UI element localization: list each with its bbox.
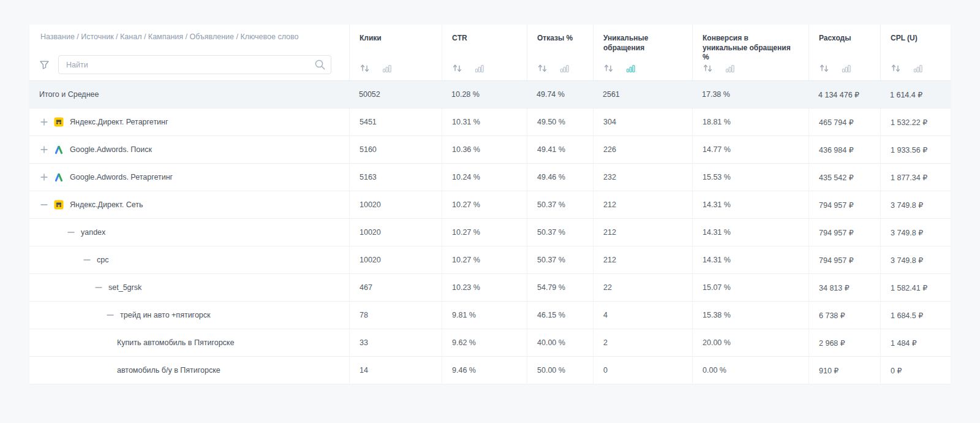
cell-value: 794 957 ₽ bbox=[809, 228, 864, 237]
expand-icon[interactable] bbox=[40, 118, 48, 126]
row-value-cell: 10.31 % bbox=[442, 109, 527, 135]
column-header-4: Уникальные обращения bbox=[593, 25, 692, 80]
row-value-cell: 465 794 ₽ bbox=[809, 109, 880, 135]
sort-icon[interactable] bbox=[360, 63, 370, 73]
cell-value: 5163 bbox=[350, 173, 386, 181]
row-value-cell: 10.27 % bbox=[442, 191, 527, 218]
chart-toggle-icon[interactable] bbox=[626, 64, 636, 73]
collapse-icon[interactable] bbox=[107, 311, 114, 319]
cell-value: 50.37 % bbox=[527, 256, 575, 264]
row-value-cell: 5160 bbox=[349, 136, 442, 163]
totals-value: 10.28 % bbox=[442, 90, 527, 99]
column-label: Отказы % bbox=[537, 34, 584, 44]
row-label[interactable]: автомобиль б/у в Пятигорске bbox=[117, 366, 221, 375]
cell-value: 49.41 % bbox=[527, 145, 575, 154]
column-header-1: Клики bbox=[349, 25, 442, 80]
collapse-icon[interactable] bbox=[95, 284, 102, 291]
sort-icon[interactable] bbox=[891, 63, 901, 73]
totals-value: 17.38 % bbox=[692, 90, 809, 99]
search-icon[interactable] bbox=[314, 59, 326, 70]
cell-value: 49.50 % bbox=[527, 118, 575, 126]
totals-value: 2561 bbox=[593, 90, 692, 99]
row-value-cell: 14.31 % bbox=[692, 191, 809, 218]
row-value-cell: 49.50 % bbox=[527, 109, 593, 135]
table-row: трейд ин авто +пятигорск789.81 %46.15 %4… bbox=[29, 301, 951, 329]
row-name-cell: cpc bbox=[29, 246, 349, 273]
name-column-header: Название / Источник / Канал / Кампания /… bbox=[29, 25, 349, 80]
totals-value: 49.74 % bbox=[527, 90, 593, 99]
cell-value: 212 bbox=[594, 200, 626, 209]
row-value-cell: 794 957 ₽ bbox=[809, 246, 880, 273]
column-header-2: CTR bbox=[442, 25, 527, 80]
cell-value: 18.81 % bbox=[693, 118, 741, 126]
yandex-direct-icon bbox=[54, 117, 64, 127]
row-label[interactable]: cpc bbox=[97, 256, 108, 264]
sort-icon[interactable] bbox=[819, 63, 829, 73]
analytics-report-table: Название / Источник / Канал / Кампания /… bbox=[29, 25, 951, 384]
cell-value: 10020 bbox=[350, 256, 391, 264]
chart-toggle-icon[interactable] bbox=[382, 64, 392, 73]
row-value-cell: 20.00 % bbox=[692, 329, 809, 356]
table-row: Яндекс.Директ. Сеть1002010.27 %50.37 %21… bbox=[29, 191, 951, 218]
search-input[interactable] bbox=[58, 55, 331, 74]
cell-value: 212 bbox=[594, 256, 626, 264]
collapse-icon[interactable] bbox=[40, 201, 48, 208]
cell-value: 10.24 % bbox=[442, 173, 490, 181]
row-label[interactable]: yandex bbox=[81, 228, 105, 237]
sort-icon[interactable] bbox=[537, 63, 548, 73]
cell-value: 10.23 % bbox=[442, 283, 490, 292]
row-label[interactable]: Яндекс.Директ. Сеть bbox=[70, 200, 143, 209]
chart-toggle-icon[interactable] bbox=[842, 64, 851, 73]
row-value-cell: 10.36 % bbox=[442, 136, 527, 163]
expand-icon[interactable] bbox=[40, 146, 48, 153]
row-value-cell: 54.79 % bbox=[527, 274, 593, 301]
table-body: Яндекс.Директ. Ретаргетинг545110.31 %49.… bbox=[29, 108, 951, 384]
chart-toggle-icon[interactable] bbox=[913, 64, 923, 73]
collapse-icon[interactable] bbox=[83, 256, 91, 264]
row-value-cell: 4 bbox=[593, 302, 692, 329]
row-name-cell: автомобиль б/у в Пятигорске bbox=[29, 357, 349, 384]
cell-value: 14.31 % bbox=[693, 200, 741, 209]
cell-value: 1 684.5 ₽ bbox=[881, 311, 933, 320]
filter-icon[interactable] bbox=[39, 60, 50, 70]
totals-value: 4 134 476 ₽ bbox=[809, 90, 880, 99]
table-row: yandex1002010.27 %50.37 %21214.31 %794 9… bbox=[29, 218, 951, 246]
sort-icon[interactable] bbox=[603, 63, 614, 73]
row-value-cell: 1 532.22 ₽ bbox=[880, 109, 951, 135]
column-label: CPL (U) bbox=[891, 34, 942, 44]
cell-value: 794 957 ₽ bbox=[809, 256, 864, 265]
row-label[interactable]: Яндекс.Директ. Ретаргетинг bbox=[70, 118, 168, 126]
sort-icon[interactable] bbox=[703, 63, 713, 73]
row-value-cell: 5163 bbox=[349, 164, 442, 191]
row-value-cell: 304 bbox=[593, 109, 692, 135]
row-value-cell: 10020 bbox=[349, 219, 442, 246]
cell-value: 9.62 % bbox=[442, 338, 486, 347]
row-label[interactable]: Купить автомобиль в Пятигорске bbox=[117, 338, 234, 347]
row-label[interactable]: set_5grsk bbox=[108, 283, 141, 292]
row-name-cell: трейд ин авто +пятигорск bbox=[29, 302, 349, 329]
column-header-7: CPL (U) bbox=[880, 25, 951, 80]
cell-value: 9.81 % bbox=[442, 311, 486, 319]
totals-value: 50052 bbox=[349, 90, 442, 99]
row-value-cell: 435 542 ₽ bbox=[809, 164, 880, 191]
cell-value: 10.27 % bbox=[442, 256, 490, 264]
cell-value: 3 749.8 ₽ bbox=[881, 200, 933, 210]
sort-icon[interactable] bbox=[452, 63, 462, 73]
row-label[interactable]: Google.Adwords. Поиск bbox=[70, 145, 152, 154]
cell-value: 9.46 % bbox=[442, 366, 486, 375]
collapse-icon[interactable] bbox=[67, 229, 75, 236]
grouping-breadcrumb[interactable]: Название / Источник / Канал / Кампания /… bbox=[40, 32, 339, 41]
row-label[interactable]: трейд ин авто +пятигорск bbox=[120, 311, 211, 319]
row-label[interactable]: Google.Adwords. Ретаргетинг bbox=[70, 173, 173, 181]
row-value-cell: 5451 bbox=[349, 109, 442, 135]
totals-row: Итого и Среднее 5005210.28 %49.74 %25611… bbox=[29, 80, 951, 108]
expand-icon[interactable] bbox=[40, 173, 48, 181]
row-value-cell: 50.37 % bbox=[527, 219, 593, 246]
chart-toggle-icon[interactable] bbox=[475, 64, 484, 73]
totals-label: Итого и Среднее bbox=[29, 90, 349, 99]
column-label: Клики bbox=[360, 34, 433, 44]
cell-value: 465 794 ₽ bbox=[809, 118, 864, 127]
chart-toggle-icon[interactable] bbox=[725, 64, 735, 73]
cell-value: 1 484 ₽ bbox=[881, 338, 927, 348]
chart-toggle-icon[interactable] bbox=[560, 64, 570, 73]
